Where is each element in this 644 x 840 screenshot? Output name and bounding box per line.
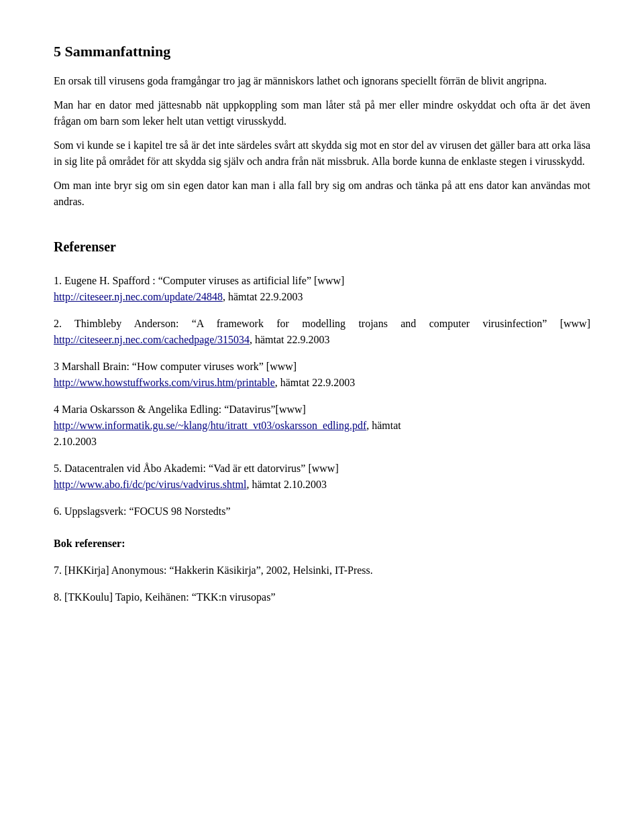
bok-references-title: Bok referenser:: [54, 536, 590, 552]
ref-1-number: 1.: [54, 275, 64, 286]
ref-3-number: 3: [54, 361, 62, 372]
reference-item-4: 4 Maria Oskarsson & Angelika Edling: “Da…: [54, 402, 590, 450]
ref-1-link[interactable]: http://citeseer.nj.nec.com/update/24848: [54, 291, 223, 302]
section-heading: 5 Sammanfattning: [54, 40, 590, 62]
ref-6-number: 6.: [54, 505, 64, 517]
reference-item-3: 3 Marshall Brain: “How computer viruses …: [54, 359, 590, 391]
ref-4-number: 4: [54, 404, 62, 415]
ref-1-suffix: , hämtat 22.9.2003: [223, 291, 303, 302]
bok-reference-item-7: 7. [HKKirja] Anonymous: “Hakkerin Käsiki…: [54, 562, 590, 579]
ref-2-text: Thimbleby Anderson: “A framework for mod…: [74, 318, 590, 329]
bok-ref-8-number: 8.: [54, 591, 64, 603]
ref-2-suffix: , hämtat 22.9.2003: [250, 334, 330, 345]
paragraph-4: Om man inte bryr sig om sin egen dator k…: [54, 178, 590, 210]
bok-ref-7-number: 7.: [54, 564, 64, 576]
ref-1-text: Eugene H. Spafford : “Computer viruses a…: [64, 275, 344, 286]
ref-2-link[interactable]: http://citeseer.nj.nec.com/cachedpage/31…: [54, 334, 250, 345]
ref-5-link[interactable]: http://www.abo.fi/dc/pc/virus/vadvirus.s…: [54, 479, 246, 490]
ref-6-text: Uppslagsverk: “FOCUS 98 Norstedts”: [64, 505, 231, 517]
bok-ref-7-text: [HKKirja] Anonymous: “Hakkerin Käsikirja…: [64, 564, 373, 576]
bok-ref-8-text: [TKKoulu] Tapio, Keihänen: “TKK:n viruso…: [64, 591, 276, 603]
references-section: Referenser 1. Eugene H. Spafford : “Comp…: [54, 237, 590, 605]
bok-reference-item-8: 8. [TKKoulu] Tapio, Keihänen: “TKK:n vir…: [54, 589, 590, 605]
ref-2-number: 2.: [54, 318, 74, 329]
ref-3-suffix: , hämtat 22.9.2003: [275, 377, 356, 388]
paragraph-1: En orsak till virusens goda framgångar t…: [54, 73, 590, 89]
ref-3-link[interactable]: http://www.howstuffworks.com/virus.htm/p…: [54, 377, 275, 388]
ref-5-text: Datacentralen vid Åbo Akademi: “Vad är e…: [64, 463, 339, 474]
ref-4-link[interactable]: http://www.informatik.gu.se/~klang/htu/i…: [54, 420, 366, 431]
reference-item-2: 2. Thimbleby Anderson: “A framework for …: [54, 316, 590, 348]
ref-3-text: Marshall Brain: “How computer viruses wo…: [62, 361, 297, 372]
ref-5-number: 5.: [54, 463, 64, 474]
ref-4-text: Maria Oskarsson & Angelika Edling: “Data…: [62, 404, 306, 415]
reference-item-6: 6. Uppslagsverk: “FOCUS 98 Norstedts”: [54, 503, 590, 520]
reference-item-1: 1. Eugene H. Spafford : “Computer viruse…: [54, 273, 590, 305]
references-title: Referenser: [54, 237, 590, 257]
paragraph-3: Som vi kunde se i kapitel tre så är det …: [54, 137, 590, 170]
reference-item-5: 5. Datacentralen vid Åbo Akademi: “Vad ä…: [54, 461, 590, 493]
paragraph-2: Man har en dator med jättesnabb nät uppk…: [54, 97, 590, 129]
ref-5-suffix: , hämtat 2.10.2003: [246, 479, 327, 490]
